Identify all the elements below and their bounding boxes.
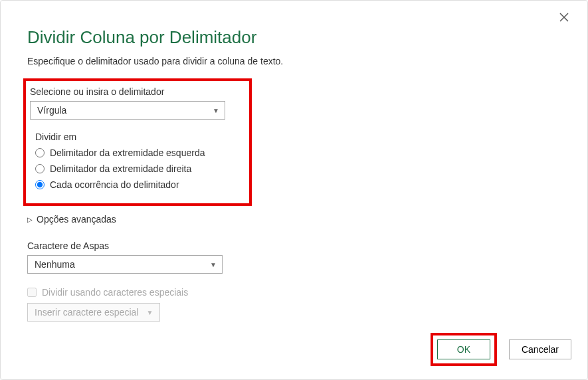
delimiter-selected-value: Vírgula — [37, 105, 66, 116]
special-chars-checkbox — [27, 288, 37, 297]
insert-special-dropdown: Inserir caractere especial ▼ — [27, 303, 160, 322]
split-column-dialog: Dividir Coluna por Delimitador Especifiq… — [0, 0, 588, 380]
ok-button[interactable]: OK — [437, 339, 490, 359]
radio-rightmost-label: Delimitador da extremidade direita — [50, 163, 191, 174]
close-icon — [559, 13, 569, 22]
highlight-delimiter-section: Selecione ou insira o delimitador Vírgul… — [23, 78, 252, 206]
chevron-down-icon: ▼ — [210, 261, 217, 268]
highlight-ok-button: OK — [431, 333, 497, 366]
quote-char-dropdown[interactable]: Nenhuma ▼ — [27, 255, 223, 274]
special-chars-label: Dividir usando caracteres especiais — [42, 287, 188, 298]
advanced-options-label: Opções avançadas — [37, 214, 116, 225]
chevron-down-icon: ▼ — [213, 107, 219, 114]
radio-leftmost-input[interactable] — [35, 148, 45, 157]
radio-rightmost-input[interactable] — [35, 164, 45, 173]
radio-leftmost-label: Delimitador da extremidade esquerda — [50, 147, 205, 158]
radio-leftmost[interactable]: Delimitador da extremidade esquerda — [35, 147, 241, 158]
delimiter-label: Selecione ou insira o delimitador — [30, 86, 241, 97]
chevron-right-icon: ▷ — [27, 216, 33, 223]
radio-each-input[interactable] — [35, 180, 45, 189]
quote-char-label: Caractere de Aspas — [27, 240, 561, 251]
dialog-content: Dividir Coluna por Delimitador Especifiq… — [1, 1, 587, 337]
chevron-down-icon: ▼ — [146, 309, 153, 316]
cancel-button[interactable]: Cancelar — [509, 339, 571, 359]
radio-rightmost[interactable]: Delimitador da extremidade direita — [35, 163, 241, 174]
close-button[interactable] — [559, 13, 570, 23]
delimiter-dropdown[interactable]: Vírgula ▼ — [30, 101, 225, 120]
radio-each-label: Cada ocorrência do delimitador — [50, 179, 179, 190]
insert-special-label: Inserir caractere especial — [35, 307, 138, 318]
split-at-section: Dividir em Delimitador da extremidade es… — [30, 132, 241, 190]
quote-char-section: Caractere de Aspas Nenhuma ▼ — [27, 240, 561, 274]
split-at-heading: Dividir em — [35, 132, 241, 142]
dialog-subtitle: Especifique o delimitador usado para div… — [27, 56, 561, 66]
quote-char-selected-value: Nenhuma — [35, 259, 75, 270]
radio-each[interactable]: Cada ocorrência do delimitador — [35, 179, 241, 190]
dialog-footer: OK Cancelar — [431, 333, 571, 366]
special-chars-checkbox-row: Dividir usando caracteres especiais — [27, 287, 561, 298]
advanced-options-expander[interactable]: ▷ Opções avançadas — [27, 214, 561, 225]
dialog-title: Dividir Coluna por Delimitador — [27, 27, 561, 48]
